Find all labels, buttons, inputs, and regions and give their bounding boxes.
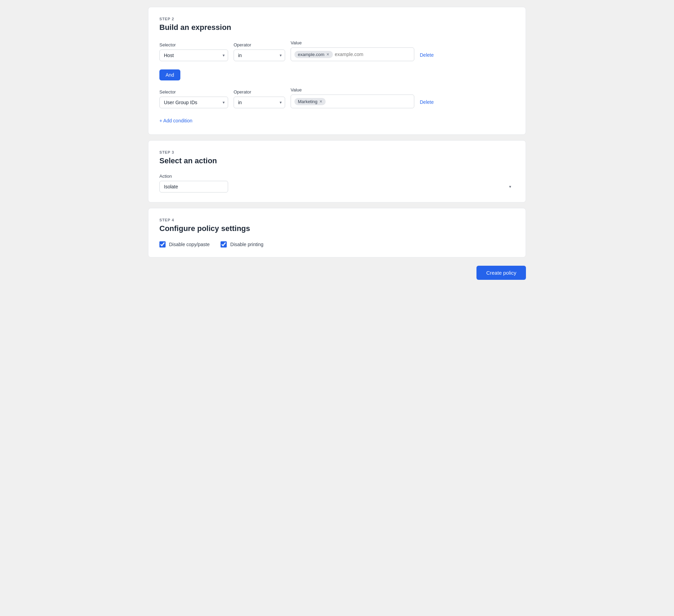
condition2-operator-select[interactable]: in not in equals contains	[234, 97, 285, 108]
condition1-row: Selector Host User Group IDs URL IP Addr…	[159, 40, 515, 61]
disable-copypaste-checkbox[interactable]	[159, 241, 166, 248]
condition1-value-group: Value example.com ×	[291, 40, 414, 61]
and-button[interactable]: And	[159, 69, 180, 80]
condition2-delete-button[interactable]: Delete	[420, 97, 434, 108]
create-policy-button[interactable]: Create policy	[476, 266, 526, 280]
action-group: Action Isolate Block Allow Monitor ▾	[159, 174, 515, 192]
condition1-tag-text: example.com	[298, 52, 324, 57]
step3-label: STEP 3	[159, 150, 515, 154]
condition1-operator-select[interactable]: in not in equals contains	[234, 50, 285, 61]
step4-label: STEP 4	[159, 218, 515, 222]
condition2-selector-group: Selector Host User Group IDs URL IP Addr…	[159, 89, 228, 108]
condition2-selector-select[interactable]: Host User Group IDs URL IP Address	[159, 97, 228, 108]
disable-copypaste-label: Disable copy/paste	[169, 242, 210, 247]
action-select[interactable]: Isolate Block Allow Monitor	[159, 181, 228, 192]
condition1-value-label: Value	[291, 40, 414, 45]
condition2-tag-text: Marketing	[298, 99, 317, 104]
step2-title: Build an expression	[159, 23, 515, 32]
condition1-tag-remove-button[interactable]: ×	[326, 52, 329, 57]
step4-card: STEP 4 Configure policy settings Disable…	[148, 208, 526, 257]
disable-copypaste-item[interactable]: Disable copy/paste	[159, 241, 210, 248]
condition2-tag-remove-button[interactable]: ×	[319, 99, 322, 104]
condition1-delete-button[interactable]: Delete	[420, 50, 434, 60]
condition2-operator-wrapper: in not in equals contains ▾	[234, 97, 285, 108]
condition2-value-input[interactable]	[328, 99, 411, 104]
condition1-tag: example.com ×	[294, 51, 333, 58]
step3-title: Select an action	[159, 156, 515, 165]
condition1-value-input[interactable]	[335, 52, 411, 57]
condition1-operator-wrapper: in not in equals contains ▾	[234, 50, 285, 61]
condition1-selector-group: Selector Host User Group IDs URL IP Addr…	[159, 42, 228, 61]
footer-bar: Create policy	[148, 263, 526, 281]
condition1-value-field[interactable]: example.com ×	[291, 47, 414, 61]
condition2-tag: Marketing ×	[294, 98, 326, 105]
disable-printing-checkbox[interactable]	[221, 241, 227, 248]
disable-printing-label: Disable printing	[230, 242, 263, 247]
settings-row: Disable copy/paste Disable printing	[159, 241, 515, 248]
condition1-operator-label: Operator	[234, 42, 285, 47]
condition2-selector-wrapper: Host User Group IDs URL IP Address ▾	[159, 97, 228, 108]
step2-label: STEP 2	[159, 17, 515, 21]
condition2-operator-group: Operator in not in equals contains ▾	[234, 89, 285, 108]
disable-printing-item[interactable]: Disable printing	[221, 241, 263, 248]
condition2-selector-label: Selector	[159, 89, 228, 95]
step4-title: Configure policy settings	[159, 224, 515, 233]
condition2-operator-label: Operator	[234, 89, 285, 95]
condition1-selector-wrapper: Host User Group IDs URL IP Address ▾	[159, 50, 228, 61]
step2-card: STEP 2 Build an expression Selector Host…	[148, 7, 526, 135]
add-condition-button[interactable]: + Add condition	[159, 117, 192, 125]
condition2-value-group: Value Marketing ×	[291, 87, 414, 108]
condition1-selector-label: Selector	[159, 42, 228, 47]
action-select-wrapper: Isolate Block Allow Monitor ▾	[159, 181, 515, 192]
condition1-operator-group: Operator in not in equals contains ▾	[234, 42, 285, 61]
action-label: Action	[159, 174, 515, 179]
step3-card: STEP 3 Select an action Action Isolate B…	[148, 140, 526, 202]
condition1-selector-select[interactable]: Host User Group IDs URL IP Address	[159, 50, 228, 61]
condition2-value-field[interactable]: Marketing ×	[291, 95, 414, 108]
condition2-value-label: Value	[291, 87, 414, 92]
action-chevron-icon: ▾	[509, 184, 511, 189]
condition2-row: Selector Host User Group IDs URL IP Addr…	[159, 87, 515, 108]
